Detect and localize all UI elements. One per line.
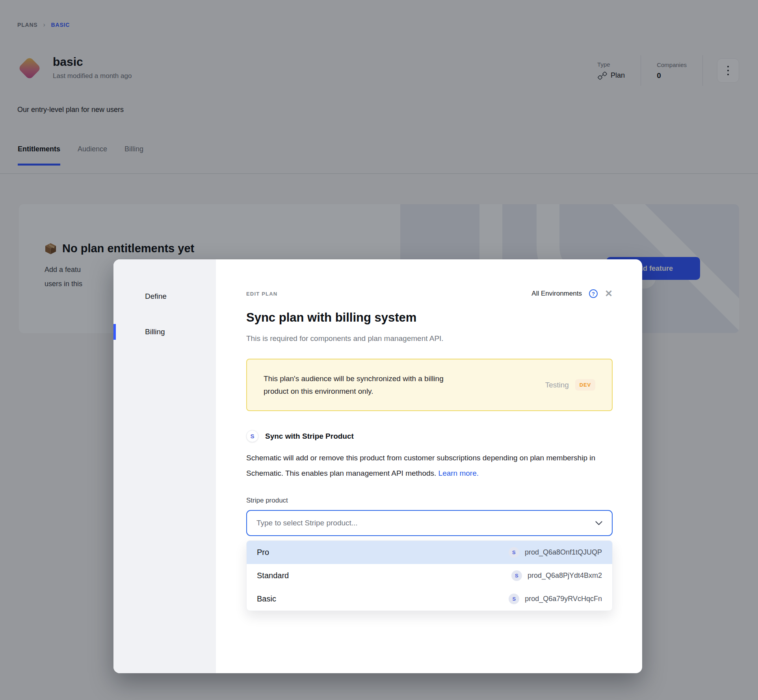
stripe-badge-icon: S bbox=[509, 547, 519, 558]
option-basic[interactable]: Basic S prod_Q6a79yRVcHqcFn bbox=[247, 587, 612, 611]
option-name: Standard bbox=[257, 571, 289, 580]
edit-plan-modal: Define Billing EDIT PLAN All Environment… bbox=[113, 259, 642, 673]
edit-plan-eyebrow: EDIT PLAN bbox=[246, 291, 277, 297]
stripe-description: Schematic will add or remove this produc… bbox=[246, 450, 613, 481]
learn-more-link[interactable]: Learn more. bbox=[438, 469, 479, 477]
modal-title: Sync plan with billing system bbox=[246, 311, 613, 325]
stripe-description-text: Schematic will add or remove this produc… bbox=[246, 454, 595, 477]
modal-sidebar: Define Billing bbox=[113, 259, 216, 673]
chevron-down-icon[interactable] bbox=[595, 521, 602, 525]
environment-selector[interactable]: All Environments bbox=[531, 290, 582, 298]
option-name: Basic bbox=[257, 594, 276, 603]
stripe-product-select[interactable]: Type to select Stripe product... bbox=[246, 510, 613, 536]
environment-warning-alert: This plan's audience will be synchronize… bbox=[246, 359, 613, 411]
option-product-id: prod_Q6a79yRVcHqcFn bbox=[525, 595, 602, 603]
stripe-sync-heading: S Sync with Stripe Product bbox=[246, 430, 613, 442]
modal-subtitle: This is required for components and plan… bbox=[246, 334, 613, 343]
screen: PLANS › BASIC basic Last modified a mont… bbox=[0, 0, 758, 700]
alert-text: This plan's audience will be synchronize… bbox=[264, 372, 453, 398]
stripe-product-label: Stripe product bbox=[246, 497, 613, 505]
modal-topbar: EDIT PLAN All Environments ? ✕ bbox=[246, 289, 613, 298]
close-icon[interactable]: ✕ bbox=[605, 290, 613, 298]
stripe-product-dropdown: Pro S prod_Q6a8Onf1tQJUQP Standard S pro… bbox=[246, 540, 613, 611]
select-placeholder: Type to select Stripe product... bbox=[256, 519, 358, 527]
environment-name: Testing bbox=[545, 381, 569, 389]
help-icon[interactable]: ? bbox=[589, 289, 598, 298]
stripe-icon: S bbox=[246, 430, 258, 442]
stripe-badge-icon: S bbox=[509, 594, 519, 604]
modal-main: EDIT PLAN All Environments ? ✕ Sync plan… bbox=[216, 259, 642, 673]
option-standard[interactable]: Standard S prod_Q6a8PjYdt4Bxm2 bbox=[247, 564, 612, 587]
option-product-id: prod_Q6a8PjYdt4Bxm2 bbox=[528, 572, 602, 580]
dev-environment-badge: DEV bbox=[575, 379, 595, 391]
stripe-badge-icon: S bbox=[511, 570, 522, 581]
stripe-heading-text: Sync with Stripe Product bbox=[265, 432, 354, 441]
modal-nav-billing[interactable]: Billing bbox=[113, 321, 216, 343]
option-pro[interactable]: Pro S prod_Q6a8Onf1tQJUQP bbox=[247, 541, 612, 564]
modal-nav-define[interactable]: Define bbox=[113, 285, 216, 307]
option-name: Pro bbox=[257, 548, 269, 557]
option-product-id: prod_Q6a8Onf1tQJUQP bbox=[525, 548, 602, 557]
